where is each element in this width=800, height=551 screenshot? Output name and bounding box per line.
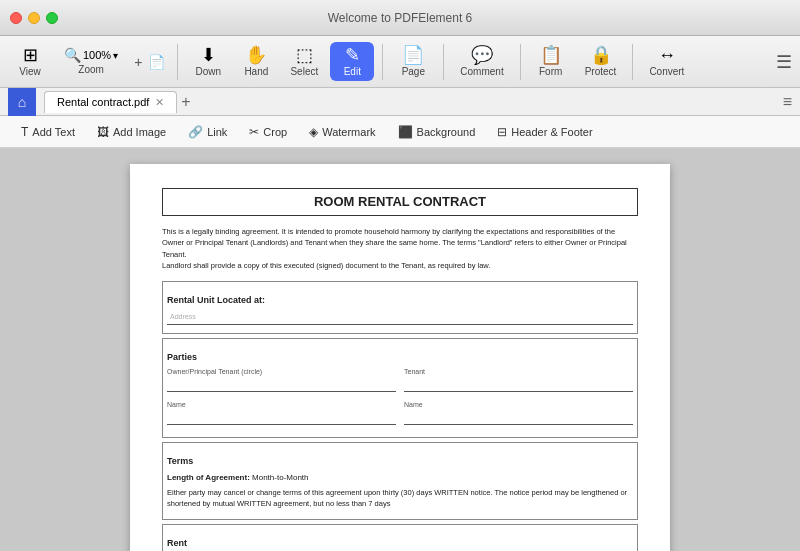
tab-close-button[interactable]: ✕	[155, 96, 164, 109]
new-doc-icon[interactable]: +	[134, 54, 142, 70]
page-icon: 📄	[402, 46, 424, 64]
address-field[interactable]: Address	[167, 311, 633, 325]
name1-col: Name	[167, 400, 396, 429]
tool-zoom-label: Zoom	[78, 64, 104, 75]
address-placeholder: Address	[170, 313, 196, 320]
tool-protect-label: Protect	[585, 66, 617, 77]
tenant-field[interactable]	[404, 378, 633, 392]
select-icon: ⬚	[296, 46, 313, 64]
header-footer-tool[interactable]: ⊟ Header & Footer	[488, 121, 601, 143]
parties-section: Parties Owner/Principal Tenant (circle) …	[162, 338, 638, 438]
pdf-document-title: ROOM RENTAL CONTRACT	[162, 188, 638, 216]
terms-text: Either party may cancel or change terms …	[167, 487, 633, 510]
tabbar: ⌂ Rental contract.pdf ✕ + ≡	[0, 88, 800, 116]
tool-comment-label: Comment	[460, 66, 503, 77]
pdf-intro-text: This is a legally binding agreement. It …	[162, 226, 638, 271]
terms-title: Terms	[167, 455, 633, 468]
tool-hand[interactable]: ✋ Hand	[234, 42, 278, 81]
owner-label: Owner/Principal Tenant (circle)	[167, 367, 396, 377]
watermark-tool[interactable]: ◈ Watermark	[300, 121, 384, 143]
tenant-col: Tenant	[404, 367, 633, 396]
toolbar-sep-3	[443, 44, 444, 80]
sidebar-toggle-icon[interactable]: ☰	[776, 51, 792, 73]
down-icon: ⬇	[201, 46, 216, 64]
tool-zoom[interactable]: 🔍 100% ▾ Zoom	[56, 44, 126, 79]
rental-unit-title: Rental Unit Located at:	[167, 294, 633, 307]
tool-down-label: Down	[196, 66, 222, 77]
toolbar-sep-4	[520, 44, 521, 80]
titlebar: Welcome to PDFElement 6	[0, 0, 800, 36]
convert-icon: ↔	[658, 46, 676, 64]
crop-label: Crop	[263, 126, 287, 138]
edit-icon: ✎	[345, 46, 360, 64]
crop-tool[interactable]: ✂ Crop	[240, 121, 296, 143]
new-tab-button[interactable]: +	[181, 93, 190, 111]
link-label: Link	[207, 126, 227, 138]
active-tab[interactable]: Rental contract.pdf ✕	[44, 91, 177, 113]
tool-view[interactable]: ⊞ View	[8, 42, 52, 81]
tool-down[interactable]: ⬇ Down	[186, 42, 230, 81]
home-icon: ⌂	[18, 94, 26, 110]
name2-field[interactable]	[404, 411, 633, 425]
main-content-area: ROOM RENTAL CONTRACT This is a legally b…	[0, 148, 800, 551]
background-tool[interactable]: ⬛ Background	[389, 121, 485, 143]
add-image-label: Add Image	[113, 126, 166, 138]
home-button[interactable]: ⌂	[8, 88, 36, 116]
tool-convert-label: Convert	[649, 66, 684, 77]
tool-form-label: Form	[539, 66, 562, 77]
hand-icon: ✋	[245, 46, 267, 64]
tenant-label: Tenant	[404, 367, 633, 377]
background-icon: ⬛	[398, 125, 413, 139]
owner-col: Owner/Principal Tenant (circle)	[167, 367, 396, 396]
add-image-icon: 🖼	[97, 125, 109, 139]
tabbar-menu-icon[interactable]: ≡	[783, 93, 792, 111]
tool-convert[interactable]: ↔ Convert	[641, 42, 692, 81]
background-label: Background	[417, 126, 476, 138]
main-toolbar: ⊞ View 🔍 100% ▾ Zoom + 📄 ⬇ Down ✋ Hand ⬚…	[0, 36, 800, 88]
rent-section: Rent $ is payable monthly on the day of …	[162, 524, 638, 551]
name2-label: Name	[404, 400, 633, 410]
tool-page-label: Page	[402, 66, 425, 77]
protect-icon: 🔒	[590, 46, 612, 64]
parties-title: Parties	[167, 351, 633, 364]
length-value: Month-to-Month	[252, 473, 308, 482]
tab-title: Rental contract.pdf	[57, 96, 149, 108]
maximize-button[interactable]	[46, 12, 58, 24]
form-icon: 📋	[540, 46, 562, 64]
window-title: Welcome to PDFElement 6	[328, 11, 473, 25]
name1-label: Name	[167, 400, 396, 410]
watermark-label: Watermark	[322, 126, 375, 138]
tool-page[interactable]: 📄 Page	[391, 42, 435, 81]
zoom-value: 100%	[83, 49, 111, 61]
link-tool[interactable]: 🔗 Link	[179, 121, 236, 143]
add-text-label: Add Text	[32, 126, 75, 138]
close-button[interactable]	[10, 12, 22, 24]
tool-select-label: Select	[290, 66, 318, 77]
add-text-icon: T	[21, 125, 28, 139]
parties-name-row: Name Name	[167, 400, 633, 429]
add-image-tool[interactable]: 🖼 Add Image	[88, 121, 175, 143]
tool-view-label: View	[19, 66, 41, 77]
minimize-button[interactable]	[28, 12, 40, 24]
header-footer-label: Header & Footer	[511, 126, 592, 138]
tool-select[interactable]: ⬚ Select	[282, 42, 326, 81]
owner-field[interactable]	[167, 378, 396, 392]
traffic-lights	[10, 12, 58, 24]
tool-hand-label: Hand	[244, 66, 268, 77]
tool-comment[interactable]: 💬 Comment	[452, 42, 511, 81]
add-text-tool[interactable]: T Add Text	[12, 121, 84, 143]
view-icon: ⊞	[23, 46, 38, 64]
crop-icon: ✂	[249, 125, 259, 139]
tool-edit[interactable]: ✎ Edit	[330, 42, 374, 81]
watermark-icon: ◈	[309, 125, 318, 139]
header-footer-icon: ⊟	[497, 125, 507, 139]
name2-col: Name	[404, 400, 633, 429]
terms-section: Terms Length of Agreement: Month-to-Mont…	[162, 442, 638, 520]
open-doc-icon[interactable]: 📄	[148, 54, 165, 70]
tool-protect[interactable]: 🔒 Protect	[577, 42, 625, 81]
tool-form[interactable]: 📋 Form	[529, 42, 573, 81]
name1-field[interactable]	[167, 411, 396, 425]
pdf-page: ROOM RENTAL CONTRACT This is a legally b…	[130, 164, 670, 551]
link-icon: 🔗	[188, 125, 203, 139]
comment-icon: 💬	[471, 46, 493, 64]
